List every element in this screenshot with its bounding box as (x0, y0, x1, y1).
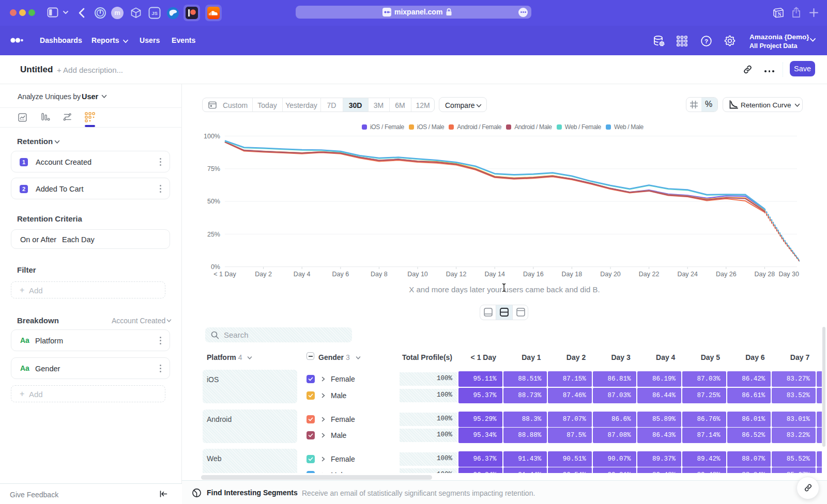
svg-text:Day 20: Day 20 (600, 271, 621, 278)
svg-text:Day 8: Day 8 (371, 271, 388, 278)
svg-text:Day 2: Day 2 (255, 271, 272, 278)
svg-text:75%: 75% (207, 165, 220, 172)
svg-text:Day 26: Day 26 (716, 271, 737, 278)
svg-text:Day 12: Day 12 (446, 271, 467, 278)
svg-text:Day 16: Day 16 (523, 271, 544, 278)
svg-text:Day 14: Day 14 (484, 271, 505, 278)
svg-text:25%: 25% (207, 231, 220, 238)
svg-text:< 1 Day: < 1 Day (213, 271, 236, 278)
svg-text:N: N (778, 12, 782, 17)
svg-text:100%: 100% (204, 133, 220, 140)
svg-text:Day 10: Day 10 (407, 271, 428, 278)
svg-text:Day 24: Day 24 (677, 271, 698, 278)
svg-text:JS: JS (151, 10, 158, 16)
svg-text:?: ? (705, 38, 708, 44)
svg-text:Day 18: Day 18 (562, 271, 583, 278)
svg-text:Day 22: Day 22 (639, 271, 660, 278)
svg-text:Day 6: Day 6 (332, 271, 349, 278)
svg-text:50%: 50% (207, 198, 220, 205)
svg-text:Day 4: Day 4 (294, 271, 311, 278)
svg-text:Day 28: Day 28 (755, 271, 775, 278)
svg-text:0%: 0% (211, 263, 220, 271)
svg-text:Day 30: Day 30 (778, 271, 799, 278)
